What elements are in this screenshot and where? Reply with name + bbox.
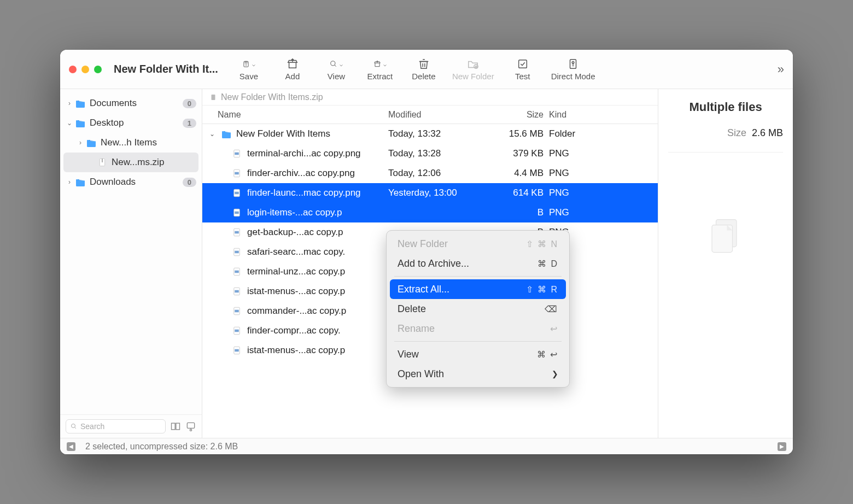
disclosure-icon[interactable]: ⌄ bbox=[208, 130, 217, 138]
overflow-chevrons-icon[interactable]: » bbox=[778, 62, 784, 77]
file-kind: PNG bbox=[549, 148, 575, 159]
svg-point-4 bbox=[331, 61, 335, 66]
file-size: B bbox=[496, 207, 549, 218]
file-row[interactable]: login-items-...ac copy.pBPNG bbox=[202, 203, 658, 222]
png-icon bbox=[232, 345, 243, 355]
file-kind: PNG bbox=[549, 187, 575, 198]
svg-line-5 bbox=[335, 65, 336, 67]
window-controls bbox=[69, 66, 102, 73]
file-name: finder-archiv...ac copy.png bbox=[247, 168, 355, 179]
menu-separator bbox=[394, 276, 562, 277]
svg-rect-34 bbox=[235, 212, 239, 214]
folder-icon bbox=[74, 98, 86, 108]
disclosure-icon[interactable]: ⌄ bbox=[66, 119, 73, 127]
info-title: Multiple files bbox=[668, 100, 783, 114]
shortcut-label: ⌫ bbox=[545, 304, 558, 314]
status-bar: ◀ 2 selected, uncompressed size: 2.6 MB … bbox=[60, 438, 793, 454]
toolbar-view-button[interactable]: ⌵View bbox=[321, 57, 352, 81]
png-icon bbox=[232, 247, 243, 257]
png-icon bbox=[232, 306, 243, 316]
png-icon bbox=[232, 149, 243, 159]
file-name: get-backup-...ac copy.p bbox=[247, 227, 343, 238]
count-badge: 0 bbox=[183, 178, 196, 187]
sidebar-item-new---ms-zip[interactable]: New...ms.zip bbox=[63, 153, 198, 172]
file-size: 614 KB bbox=[496, 187, 549, 198]
disclosure-icon[interactable]: › bbox=[66, 99, 73, 107]
status-text: 2 selected, uncompressed size: 2.6 MB bbox=[85, 442, 238, 452]
file-row[interactable]: finder-archiv...ac copy.pngToday, 12:064… bbox=[202, 163, 658, 183]
minimize-window-button[interactable] bbox=[81, 66, 89, 73]
disclosure-icon[interactable]: › bbox=[66, 178, 73, 186]
close-window-button[interactable] bbox=[69, 66, 77, 73]
column-header-kind[interactable]: Kind bbox=[549, 110, 575, 120]
zoom-window-button[interactable] bbox=[94, 66, 102, 73]
menu-item-open-with[interactable]: Open With❯ bbox=[390, 364, 566, 384]
extract-icon: ⌵ bbox=[373, 57, 387, 71]
preview-icon[interactable] bbox=[185, 421, 196, 432]
sidebar-item-desktop[interactable]: ⌄Desktop1 bbox=[60, 113, 202, 133]
sidebar-footer: Search bbox=[60, 414, 202, 438]
svg-rect-32 bbox=[235, 192, 239, 195]
toolbar: New Folder With It... ⌵SaveAdd⌵View⌵Extr… bbox=[60, 50, 793, 89]
menu-item-delete[interactable]: Delete⌫ bbox=[390, 299, 566, 319]
svg-rect-1 bbox=[245, 61, 247, 63]
nav-back-button[interactable]: ◀ bbox=[67, 442, 75, 451]
file-modified: Today, 12:06 bbox=[388, 168, 496, 179]
file-name: login-items-...ac copy.p bbox=[247, 207, 342, 218]
menu-item-add-to-archive---[interactable]: Add to Archive...⌘ D bbox=[390, 254, 566, 273]
svg-rect-44 bbox=[235, 310, 239, 313]
svg-rect-30 bbox=[235, 172, 239, 175]
disclosure-icon[interactable]: › bbox=[77, 139, 84, 146]
file-row[interactable]: finder-launc...mac copy.pngYesterday, 13… bbox=[202, 183, 658, 203]
svg-rect-28 bbox=[235, 153, 239, 155]
zip-icon bbox=[96, 157, 108, 167]
sidebar-item-documents[interactable]: ›Documents0 bbox=[60, 93, 202, 113]
svg-rect-24 bbox=[187, 423, 194, 428]
search-icon bbox=[71, 423, 77, 430]
menu-separator bbox=[394, 341, 562, 342]
png-icon bbox=[232, 168, 243, 178]
svg-point-16 bbox=[572, 61, 574, 63]
test-icon bbox=[516, 57, 529, 71]
column-header-size[interactable]: Size bbox=[496, 110, 549, 120]
folder-icon bbox=[85, 138, 97, 148]
search-input[interactable]: Search bbox=[66, 419, 166, 433]
file-name: terminal-archi...ac copy.png bbox=[247, 148, 361, 159]
toolbar-add-button[interactable]: Add bbox=[277, 57, 308, 81]
path-bar[interactable]: New Folder With Items.zip bbox=[202, 89, 658, 106]
file-name: istat-menus-...ac copy.p bbox=[247, 286, 345, 297]
svg-rect-14 bbox=[518, 60, 527, 68]
column-header-modified[interactable]: Modified bbox=[388, 110, 496, 120]
column-header-name[interactable]: Name bbox=[202, 110, 388, 120]
columns-icon[interactable] bbox=[170, 421, 181, 432]
direct-mode-icon bbox=[566, 57, 580, 71]
toolbar-test-button[interactable]: Test bbox=[507, 57, 538, 81]
toolbar-direct-mode-button[interactable]: Direct Mode bbox=[551, 57, 595, 81]
view-icon: ⌵ bbox=[330, 57, 343, 71]
nav-forward-button[interactable]: ▶ bbox=[778, 442, 786, 451]
toolbar-extract-button[interactable]: ⌵Extract bbox=[365, 57, 395, 81]
png-icon bbox=[232, 286, 243, 296]
file-modified: Today, 13:32 bbox=[388, 128, 496, 139]
png-icon bbox=[232, 326, 243, 336]
toolbar-save-button[interactable]: ⌵Save bbox=[233, 57, 264, 81]
svg-rect-48 bbox=[235, 349, 239, 352]
file-row[interactable]: ⌄New Folder With ItemsToday, 13:3215.6 M… bbox=[202, 124, 658, 144]
toolbar-delete-button[interactable]: Delete bbox=[408, 57, 439, 81]
menu-item-extract-all---[interactable]: Extract All...⇧ ⌘ R bbox=[390, 279, 566, 299]
file-row[interactable]: terminal-archi...ac copy.pngToday, 13:28… bbox=[202, 144, 658, 163]
sidebar-item-new---h-items[interactable]: ›New...h Items bbox=[60, 133, 202, 153]
svg-line-21 bbox=[75, 427, 77, 429]
app-window: New Folder With It... ⌵SaveAdd⌵View⌵Extr… bbox=[60, 50, 793, 454]
file-name: finder-compr...ac copy. bbox=[247, 325, 341, 336]
file-name: New Folder With Items bbox=[236, 128, 330, 139]
shortcut-label: ⌘ ↩ bbox=[537, 349, 558, 360]
sidebar-item-downloads[interactable]: ›Downloads0 bbox=[60, 172, 202, 192]
info-size-label: Size bbox=[727, 127, 746, 139]
menu-item-view[interactable]: View⌘ ↩ bbox=[390, 344, 566, 364]
file-kind: PNG bbox=[549, 207, 575, 218]
window-title: New Folder With It... bbox=[114, 63, 218, 75]
svg-rect-38 bbox=[235, 251, 239, 254]
file-name: terminal-unz...ac copy.p bbox=[247, 266, 345, 277]
info-pane: Multiple files Size 2.6 MB bbox=[658, 89, 793, 438]
